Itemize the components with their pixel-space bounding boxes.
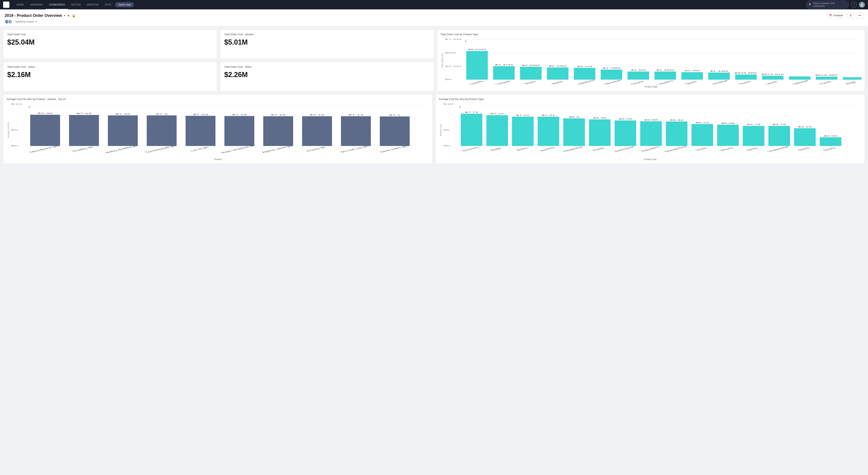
- svg-text:Alpine wind jkt: Alpine wind jkt: [260, 145, 294, 153]
- y-axis-label-jackets: Average Cost Per...: [7, 121, 9, 138]
- svg-rect-92: [380, 117, 410, 146]
- svg-text:$7.72: $7.72: [465, 111, 478, 113]
- svg-rect-123: [640, 121, 662, 146]
- svg-text:$0: $0: [445, 78, 452, 81]
- shirts-value: $2.26M: [224, 71, 430, 79]
- subtitle-row: SpotShop Analyst +1: [5, 20, 863, 24]
- avg-cost-product-type-card: Average Cost Per Item by Product Type Av…: [436, 94, 865, 164]
- svg-text:↓: ↓: [458, 105, 462, 108]
- svg-rect-102: [461, 114, 482, 146]
- nav-spotiq[interactable]: SPOTIQ: [68, 0, 84, 9]
- svg-text:$1.4M: $1.4M: [685, 70, 700, 72]
- svg-rect-126: [666, 122, 687, 146]
- jackets-top10-svg: $10 $5 $0 ↓ $7.46 Micro: [11, 102, 429, 157]
- jeans-label: Total Order Cost - Jeans: [7, 65, 213, 68]
- svg-text:$5.22: $5.22: [695, 122, 709, 123]
- page-title: 2019 - Product Order Overview: [5, 13, 62, 18]
- svg-text:$1.78M: $1.78M: [602, 67, 620, 69]
- search-data-button[interactable]: Search data: [115, 2, 134, 7]
- svg-rect-114: [563, 118, 585, 146]
- svg-text:$929.98K: $929.98K: [734, 72, 757, 74]
- svg-text:↓: ↓: [27, 105, 32, 108]
- svg-text:Swimwear: Swimwear: [613, 146, 636, 152]
- svg-text:↓: ↓: [464, 39, 468, 42]
- jeans-value: $2.16M: [7, 71, 213, 79]
- svg-text:Aravis jkt: Aravis jkt: [304, 146, 328, 152]
- svg-point-4: [861, 3, 863, 5]
- svg-text:Jeans: Jeans: [549, 81, 564, 84]
- svg-text:Skirts: Skirts: [684, 81, 698, 84]
- svg-rect-56: [843, 77, 862, 80]
- svg-text:Vests: Vests: [765, 81, 779, 84]
- svg-rect-39: [681, 72, 703, 80]
- svg-text:$7.3: $7.3: [156, 113, 167, 115]
- svg-text:$7.15: $7.15: [310, 114, 324, 116]
- svg-text:Jackets: Jackets: [538, 147, 556, 152]
- svg-text:Swimwear: Swimwear: [707, 80, 729, 84]
- svg-text:$516.35K: $516.35K: [815, 74, 838, 76]
- favorite-icon[interactable]: ★: [67, 14, 70, 18]
- svg-text:$5.06: $5.06: [721, 122, 735, 124]
- collaborator-avatars: [5, 20, 12, 24]
- nav-monitor[interactable]: MONITOR: [84, 0, 102, 9]
- svg-text:Underwear: Underwear: [598, 80, 622, 84]
- total-order-cost-value: $25.04M: [7, 38, 213, 46]
- svg-text:$7.46: $7.46: [37, 113, 53, 115]
- svg-text:$5M: $5M: [445, 52, 457, 54]
- svg-rect-132: [717, 125, 739, 146]
- svg-rect-27: [574, 68, 595, 80]
- metric-pair-right: Total Order Cost - Jackets $5.01M Total …: [220, 30, 434, 91]
- svg-rect-24: [547, 67, 568, 80]
- svg-rect-77: [186, 116, 215, 146]
- svg-rect-80: [224, 116, 254, 146]
- product-type-chart: $7.5M $5M $2.5M $0 ↓: [445, 37, 862, 84]
- schedule-button[interactable]: 📅 Schedule: [827, 13, 845, 18]
- svg-text:Shorts: Shorts: [629, 81, 645, 84]
- global-search-box[interactable]: 🔍 Search answers and Liveboards: [806, 1, 849, 9]
- nav-home[interactable]: HOME: [13, 0, 27, 9]
- svg-text:Lw r4 jkt: Lw r4 jkt: [189, 146, 210, 152]
- svg-text:$2.05: $2.05: [824, 135, 837, 137]
- svg-text:$7.16: $7.16: [271, 114, 286, 116]
- svg-rect-135: [743, 126, 764, 146]
- svg-text:Shirts: Shirts: [797, 147, 811, 151]
- nav-answers[interactable]: ANSWERS: [27, 0, 46, 9]
- nav-data[interactable]: DATA: [102, 0, 114, 9]
- product-type-chart-card: Total Order Cost by Product Type Total O…: [437, 30, 865, 91]
- svg-text:Dresses: Dresses: [493, 80, 512, 84]
- lock-icon: 🔒: [72, 14, 76, 18]
- svg-text:Dresses: Dresses: [461, 146, 480, 152]
- dashboard: Total Order Cost $25.04M Total Order Cos…: [0, 26, 868, 167]
- nav-liveboards[interactable]: LIVEBOARDS: [46, 0, 68, 9]
- app-logo[interactable]: [3, 2, 9, 8]
- svg-rect-144: [820, 137, 841, 146]
- svg-rect-42: [708, 72, 730, 80]
- bottom-row: Average Cost Per Item by Product - Jacke…: [3, 94, 865, 164]
- svg-text:$7.5M: $7.5M: [445, 38, 462, 40]
- jackets-top10-title: Average Cost Per Item by Product - Jacke…: [6, 98, 429, 100]
- help-button[interactable]: ?: [851, 2, 857, 7]
- svg-text:Pants: Pants: [591, 147, 606, 151]
- avg-cost-svg: $10 $5 $0 ↓ $7.72 Dress: [443, 102, 862, 157]
- x-axis-label-avg: Product Type: [439, 158, 862, 160]
- user-avatar[interactable]: [859, 2, 865, 8]
- metric-pair-left: Total Order Cost $25.04M Total Order Cos…: [3, 30, 217, 91]
- svg-rect-0: [4, 3, 6, 4]
- y-axis-label-product-type: Total Order Cost: [441, 54, 443, 68]
- jackets-top10-chart: $10 $5 $0 ↓ $7.46 Micro: [11, 102, 429, 157]
- svg-rect-33: [627, 72, 649, 80]
- svg-text:$2.37M: $2.37M: [495, 64, 513, 66]
- total-order-cost-jeans-card: Total Order Cost - Jeans $2.16M: [3, 62, 217, 91]
- total-order-cost-jackets-card: Total Order Cost - Jackets $5.01M: [220, 30, 434, 59]
- header-actions: 📅 Schedule ⬆ •••: [827, 12, 863, 19]
- avg-cost-title: Average Cost Per Item by Product Type: [439, 98, 862, 100]
- svg-text:$7.32: $7.32: [115, 113, 130, 115]
- svg-rect-74: [147, 116, 177, 146]
- svg-rect-111: [538, 117, 559, 146]
- svg-rect-141: [794, 128, 815, 146]
- title-dropdown-icon[interactable]: ▾: [64, 14, 65, 17]
- svg-text:Torrentshell jkt: Torrentshell jkt: [144, 145, 177, 153]
- share-button[interactable]: ⬆: [847, 12, 854, 19]
- svg-rect-15: [466, 51, 488, 80]
- more-options-button[interactable]: •••: [856, 12, 863, 19]
